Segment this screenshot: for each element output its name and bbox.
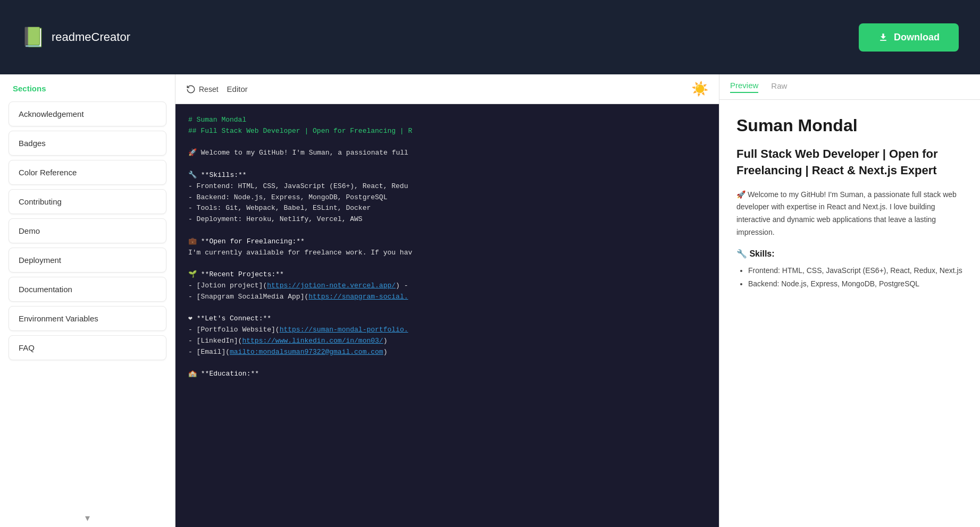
editor-content[interactable]: # Suman Mondal ## Full Stack Web Develop… bbox=[175, 104, 719, 527]
sidebar-list: AcknowledgementBadgesColor ReferenceCont… bbox=[0, 98, 175, 509]
preview-toolbar: Preview Raw bbox=[719, 74, 980, 100]
sidebar-item[interactable]: Badges bbox=[9, 131, 166, 156]
preview-content: Suman Mondal Full Stack Web Developer | … bbox=[719, 100, 980, 527]
sidebar-item[interactable]: Demo bbox=[9, 218, 166, 243]
preview-intro: 🚀 Welcome to my GitHub! I'm Suman, a pas… bbox=[736, 189, 963, 239]
download-button[interactable]: Download bbox=[859, 23, 959, 52]
preview-subtitle: Full Stack Web Developer | Open for Free… bbox=[736, 146, 963, 179]
editor-toolbar: Reset Editor ☀️ bbox=[175, 74, 719, 104]
main-container: Sections AcknowledgementBadgesColor Refe… bbox=[0, 74, 980, 527]
scroll-down-indicator: ▾ bbox=[0, 509, 175, 527]
header: 📗 readmeCreator Download bbox=[0, 0, 980, 74]
reset-button[interactable]: Reset bbox=[186, 84, 219, 94]
sidebar-item[interactable]: Deployment bbox=[9, 248, 166, 273]
sidebar-item[interactable]: Documentation bbox=[9, 277, 166, 302]
tab-preview[interactable]: Preview bbox=[730, 81, 758, 93]
sidebar-item[interactable]: Color Reference bbox=[9, 160, 166, 185]
editor-area: Reset Editor ☀️ # Suman Mondal ## Full S… bbox=[175, 74, 719, 527]
preview-title: Suman Mondal bbox=[736, 116, 963, 135]
preview-skill-item: Frontend: HTML, CSS, JavaScript (ES6+), … bbox=[748, 264, 963, 277]
tab-raw[interactable]: Raw bbox=[771, 81, 787, 92]
preview-skill-item: Backend: Node.js, Express, MongoDB, Post… bbox=[748, 277, 963, 291]
book-icon: 📗 bbox=[21, 26, 45, 48]
download-icon bbox=[878, 32, 889, 42]
sidebar-item[interactable]: Contributing bbox=[9, 189, 166, 214]
sun-icon: ☀️ bbox=[691, 81, 708, 97]
preview-skills-title: 🔧 Skills: bbox=[736, 249, 963, 259]
sidebar-item[interactable]: Environment Variables bbox=[9, 306, 166, 331]
sidebar-item[interactable]: FAQ bbox=[9, 335, 166, 360]
reset-icon bbox=[186, 84, 196, 94]
editor-label: Editor bbox=[227, 84, 248, 94]
preview-area: Preview Raw Suman Mondal Full Stack Web … bbox=[719, 74, 980, 527]
logo-text: readmeCreator bbox=[52, 30, 130, 44]
logo-area: 📗 readmeCreator bbox=[21, 26, 130, 48]
preview-skills-list: Frontend: HTML, CSS, JavaScript (ES6+), … bbox=[736, 264, 963, 291]
sidebar: Sections AcknowledgementBadgesColor Refe… bbox=[0, 74, 175, 527]
code-editor[interactable]: # Suman Mondal ## Full Stack Web Develop… bbox=[175, 104, 719, 527]
sidebar-header: Sections bbox=[0, 74, 175, 98]
sidebar-item[interactable]: Acknowledgement bbox=[9, 101, 166, 126]
